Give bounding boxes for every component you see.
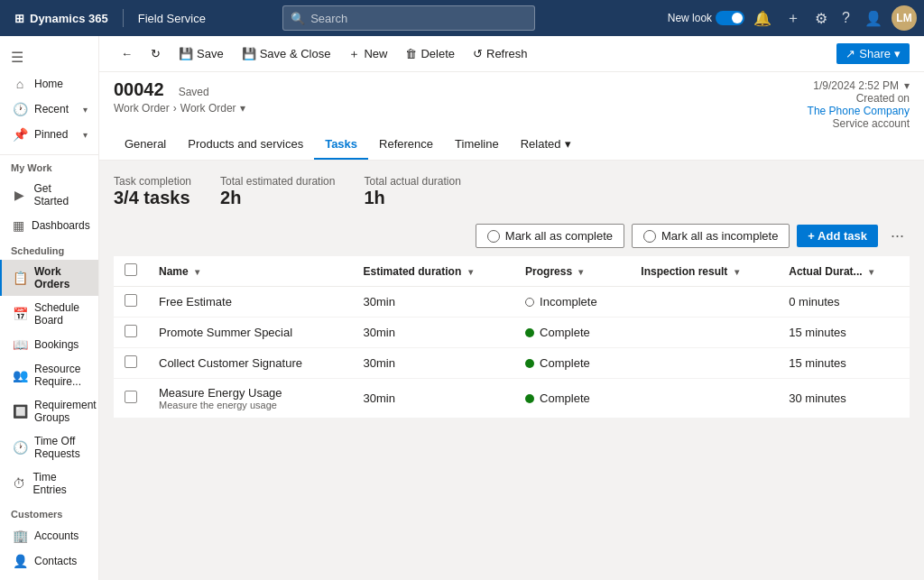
more-options-button[interactable]: ··· — [885, 223, 910, 249]
breadcrumb-type[interactable]: Work Order ▾ — [180, 102, 245, 115]
help-icon[interactable]: ? — [836, 6, 855, 30]
row-checkbox[interactable] — [125, 355, 137, 368]
save-close-button[interactable]: 💾 Save & Close — [235, 43, 338, 64]
sidebar-item-accounts[interactable]: 🏢 Accounts — [0, 523, 98, 548]
select-all-checkbox[interactable] — [125, 263, 137, 276]
table-row: Measure Energy Usage Measure the energy … — [114, 379, 910, 419]
sidebar-top: ☰ ⌂ Home 🕐 Recent ▾ 📌 Pinned ▾ — [0, 36, 98, 155]
actual-value: 1h — [364, 188, 384, 207]
grid-icon: ⊞ — [14, 12, 24, 25]
task-completion-label: Task completion — [114, 175, 191, 188]
main-content: ← ↻ 💾 Save 💾 Save & Close ＋ New 🗑 Delete — [99, 36, 924, 580]
tab-reference[interactable]: Reference — [368, 130, 444, 160]
progress-label: Complete — [540, 391, 590, 405]
estimated-cell: 30min — [353, 287, 515, 318]
user-icon[interactable]: 👤 — [859, 6, 888, 31]
sidebar-item-time-entries[interactable]: ⏱ Time Entries — [0, 465, 98, 502]
redo-icon: ↻ — [151, 47, 161, 60]
share-button[interactable]: ↗ Share ▾ — [836, 43, 910, 64]
sidebar-item-dashboards[interactable]: ▦ Dashboards — [0, 213, 98, 238]
tab-timeline[interactable]: Timeline — [444, 130, 510, 160]
new-button[interactable]: ＋ New — [341, 42, 394, 66]
sidebar-item-requirement-groups[interactable]: 🔲 Requirement Groups — [0, 393, 98, 429]
timer-icon: ⏱ — [13, 476, 25, 491]
row-checkbox[interactable] — [125, 325, 137, 337]
plus-icon[interactable]: ＋ — [781, 5, 806, 32]
delete-button[interactable]: 🗑 Delete — [398, 43, 462, 64]
row-checkbox[interactable] — [125, 391, 137, 403]
share-label: Share — [859, 47, 891, 60]
refresh-button[interactable]: ↺ Refresh — [466, 43, 535, 64]
progress-header[interactable]: Progress ▾ — [514, 256, 630, 287]
task-name-cell[interactable]: Free Estimate — [148, 287, 353, 318]
bell-icon[interactable]: 🔔 — [748, 6, 777, 31]
actual-label: Total actual duration — [364, 175, 460, 188]
add-task-button[interactable]: + Add task — [797, 225, 878, 247]
tab-general[interactable]: General — [114, 130, 177, 160]
tab-products-services[interactable]: Products and services — [177, 130, 314, 160]
sidebar: ☰ ⌂ Home 🕐 Recent ▾ 📌 Pinned ▾ My Work ▶… — [0, 36, 99, 580]
play-icon: ▶ — [13, 188, 27, 202]
expand-meta-icon[interactable]: ▾ — [904, 79, 910, 92]
sidebar-item-contacts[interactable]: 👤 Contacts — [0, 548, 98, 574]
back-button[interactable]: ← — [114, 43, 140, 64]
task-name-cell[interactable]: Measure Energy Usage Measure the energy … — [148, 379, 353, 419]
search-input[interactable] — [310, 12, 527, 25]
select-all-header[interactable] — [114, 256, 148, 287]
estimated-cell: 30min — [353, 318, 515, 348]
avatar[interactable]: LM — [892, 5, 917, 31]
mark-complete-button[interactable]: Mark all as complete — [476, 224, 624, 248]
new-look-toggle[interactable] — [716, 11, 744, 25]
sidebar-item-label: Resource Require... — [34, 363, 88, 388]
record-header: 00042 Saved Work Order › Work Order ▾ — [99, 72, 924, 130]
hamburger-icon[interactable]: ☰ — [0, 43, 98, 71]
mark-incomplete-button[interactable]: Mark all as incomplete — [632, 224, 790, 248]
sidebar-item-get-started[interactable]: ▶ Get Started — [0, 177, 98, 213]
sidebar-item-schedule-board[interactable]: 📅 Schedule Board — [0, 296, 98, 332]
inspection-header[interactable]: Inspection result ▾ — [630, 256, 778, 287]
task-name-cell[interactable]: Collect Customer Signature — [148, 348, 353, 379]
clipboard-icon: 📋 — [13, 271, 27, 285]
actual-header[interactable]: Actual Durat... ▾ — [778, 256, 910, 287]
top-navigation: ⊞ Dynamics 365 Field Service 🔍 New look … — [0, 0, 924, 36]
settings-icon[interactable]: ⚙ — [809, 6, 833, 31]
grid-icon: 🔲 — [13, 404, 27, 419]
progress-cell: Incomplete — [514, 287, 630, 318]
actual-cell: 30 minutes — [778, 379, 910, 419]
tab-related[interactable]: Related ▾ — [510, 130, 582, 160]
created-on-label: Created on — [808, 92, 910, 105]
sidebar-item-work-orders[interactable]: 📋 Work Orders — [0, 260, 98, 296]
chevron-down-icon: ▾ — [565, 137, 571, 151]
record-meta: 1/9/2024 2:52 PM ▾ Created on The Phone … — [808, 79, 910, 130]
breadcrumb-separator: › — [173, 102, 177, 115]
task-completion-value: 3/4 tasks — [114, 188, 190, 207]
app-launcher[interactable]: ⊞ Dynamics 365 — [7, 12, 116, 25]
record-area: 00042 Saved Work Order › Work Order ▾ — [99, 72, 924, 161]
table-header: Name ▾ Estimated duration ▾ Progress ▾ — [114, 256, 910, 287]
plus-icon: ＋ — [348, 46, 360, 62]
status-dot — [525, 328, 534, 337]
save-button[interactable]: 💾 Save — [171, 43, 231, 64]
sidebar-item-pinned[interactable]: 📌 Pinned ▾ — [0, 122, 98, 147]
search-box[interactable]: 🔍 — [282, 5, 535, 31]
sidebar-item-label: Dashboards — [32, 219, 90, 232]
estimated-header[interactable]: Estimated duration ▾ — [353, 256, 515, 287]
sidebar-item-label: Requirement Groups — [34, 399, 97, 424]
sidebar-item-home[interactable]: ⌂ Home — [0, 71, 98, 97]
name-header[interactable]: Name ▾ — [148, 256, 353, 287]
tab-tasks[interactable]: Tasks — [314, 130, 368, 160]
row-checkbox[interactable] — [125, 294, 137, 307]
service-account-link[interactable]: The Phone Company — [808, 105, 910, 117]
task-name-cell[interactable]: Promote Summer Special — [148, 318, 353, 348]
redo-button[interactable]: ↻ — [143, 43, 168, 64]
sidebar-item-recent[interactable]: 🕐 Recent ▾ — [0, 97, 98, 122]
sidebar-item-label: Bookings — [34, 338, 79, 351]
breadcrumb-work-order[interactable]: Work Order — [114, 102, 170, 115]
progress-cell: Complete — [514, 379, 630, 419]
sidebar-item-resource-reqs[interactable]: 👥 Resource Require... — [0, 357, 98, 393]
sidebar-item-label: Recent — [34, 103, 69, 115]
sidebar-item-label: Pinned — [34, 128, 68, 141]
module-title: Field Service — [131, 12, 213, 25]
sidebar-item-bookings[interactable]: 📖 Bookings — [0, 332, 98, 357]
sidebar-item-time-off[interactable]: 🕐 Time Off Requests — [0, 429, 98, 465]
